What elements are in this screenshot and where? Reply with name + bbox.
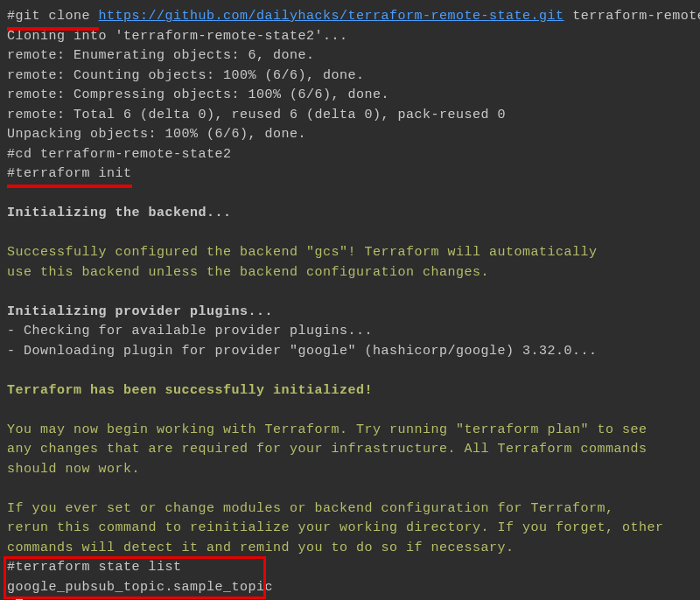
output-line: - Checking for available provider plugin… bbox=[7, 322, 693, 342]
blank-line bbox=[7, 283, 693, 303]
output-line: - Downloading plugin for provider "googl… bbox=[7, 342, 693, 362]
command-cd: #cd terraform-remote-state2 bbox=[7, 145, 693, 165]
output-line: should now work. bbox=[7, 460, 693, 480]
output-line: Cloning into 'terraform-remote-state2'..… bbox=[7, 27, 693, 47]
command-terraform-init: #terraform init bbox=[7, 164, 693, 185]
blank-line bbox=[7, 479, 693, 499]
output-line: remote: Compressing objects: 100% (6/6),… bbox=[7, 86, 693, 106]
blank-line bbox=[7, 224, 693, 244]
output-line: remote: Total 6 (delta 0), reused 6 (del… bbox=[7, 106, 693, 126]
heading-init-plugins: Initializing provider plugins... bbox=[7, 303, 693, 323]
git-url-link[interactable]: https://github.com/dailyhacks/terraform-… bbox=[99, 9, 564, 24]
output-line: If you ever set or change modules or bac… bbox=[7, 499, 693, 520]
output-line: You may now begin working with Terraform… bbox=[7, 421, 693, 441]
text: #terraform init bbox=[7, 166, 132, 181]
output-line: google_pubsub_topic.sample_topic bbox=[7, 578, 273, 598]
red-box-container: #terraform state list google_pubsub_topi… bbox=[7, 558, 273, 597]
output-line: Unpacking objects: 100% (6/6), done. bbox=[7, 125, 693, 145]
command-git-clone: #git clone https://github.com/dailyhacks… bbox=[7, 7, 693, 27]
text: #git clone bbox=[7, 9, 99, 24]
heading-terraform-success: Terraform has been successfully initiali… bbox=[7, 381, 693, 401]
underline-annotation: #terraform init bbox=[7, 164, 132, 185]
output-line: any changes that are required for your i… bbox=[7, 440, 693, 460]
output-line: remote: Counting objects: 100% (6/6), do… bbox=[7, 66, 693, 87]
text: terraform-remote-state2 bbox=[564, 9, 700, 24]
heading-init-backend: Initializing the backend... bbox=[7, 204, 693, 224]
command-terraform-state-list: #terraform state list bbox=[7, 558, 273, 578]
output-line: Successfully configured the backend "gcs… bbox=[7, 243, 693, 263]
output-line: commands will detect it and remind you t… bbox=[7, 539, 693, 559]
output-line: rerun this command to reinitialize your … bbox=[7, 519, 693, 539]
blank-line bbox=[7, 361, 693, 381]
output-line: use this backend unless the backend conf… bbox=[7, 263, 693, 283]
output-line: remote: Enumerating objects: 6, done. bbox=[7, 46, 693, 66]
blank-line bbox=[7, 401, 693, 421]
underline-annotation: #git clone bbox=[7, 7, 99, 27]
terminal-output[interactable]: #git clone https://github.com/dailyhacks… bbox=[7, 7, 693, 600]
